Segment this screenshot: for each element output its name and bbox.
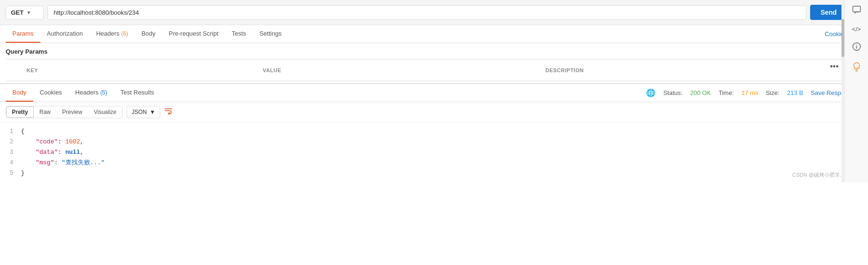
params-table-header: KEY VALUE DESCRIPTION ••• Bulk Edit <box>6 59 862 81</box>
json-line-4: 4 "msg": "查找失败..." <box>0 158 868 168</box>
size-value: 213 B <box>787 89 803 96</box>
status-label: Status: <box>663 89 682 96</box>
view-mode-tabs: Pretty Raw Preview Visualize <box>6 106 123 118</box>
globe-icon: 🌐 <box>646 88 656 97</box>
comment-icon[interactable] <box>852 6 861 16</box>
svg-rect-2 <box>853 6 860 12</box>
svg-point-4 <box>856 45 857 46</box>
json-line-1: 1 { <box>0 126 868 137</box>
tab-tests[interactable]: Tests <box>225 25 253 43</box>
response-section: Body Cookies Headers (5) Test Results 🌐 … <box>0 83 868 182</box>
bulb-icon[interactable] <box>852 62 861 74</box>
status-value: 200 OK <box>690 89 711 96</box>
view-pretty-tab[interactable]: Pretty <box>6 106 34 118</box>
format-selector[interactable]: JSON ▼ <box>127 106 161 118</box>
view-raw-tab[interactable]: Raw <box>34 106 56 118</box>
method-label: GET <box>11 9 24 16</box>
key-col-header: KEY <box>23 67 259 73</box>
scrollbar-track[interactable] <box>841 0 844 182</box>
size-label: Size: <box>766 89 779 96</box>
watermark: CSDN @碳烤小肥羊. <box>793 171 841 179</box>
url-input[interactable] <box>47 5 806 20</box>
time-value: 17 ms <box>741 89 758 96</box>
format-bar: Pretty Raw Preview Visualize JSON ▼ <box>0 102 868 123</box>
response-tab-testresults[interactable]: Test Results <box>114 84 161 102</box>
json-line-5: 5 } <box>0 168 868 179</box>
url-bar: GET ▼ Send ▼ <box>0 0 868 25</box>
json-viewer: 1 { 2 "code": 1002, 3 "data": null, 4 " <box>0 123 868 182</box>
request-tabs-left: Params Authorization Headers (6) Body Pr… <box>6 25 288 43</box>
method-chevron-icon: ▼ <box>27 10 31 15</box>
info-icon[interactable] <box>852 42 861 53</box>
format-chevron-icon: ▼ <box>150 109 156 115</box>
response-status-area: 🌐 Status: 200 OK Time: 17 ms Size: 213 B… <box>646 88 862 97</box>
response-tab-body[interactable]: Body <box>6 84 33 102</box>
format-label: JSON <box>132 109 147 115</box>
tab-authorization[interactable]: Authorization <box>40 25 90 43</box>
method-selector[interactable]: GET ▼ <box>6 6 44 19</box>
request-tabs: Params Authorization Headers (6) Body Pr… <box>0 25 868 43</box>
tab-headers[interactable]: Headers (6) <box>90 25 135 43</box>
desc-col-header: DESCRIPTION <box>542 67 824 73</box>
wrap-icon[interactable] <box>164 107 174 117</box>
json-line-2: 2 "code": 1002, <box>0 137 868 147</box>
query-params-title: Query Params <box>6 48 862 55</box>
dots-icon[interactable]: ••• <box>830 62 839 70</box>
response-tabs: Body Cookies Headers (5) Test Results 🌐 … <box>0 84 868 102</box>
headers-badge: (6) <box>121 30 128 37</box>
code-slash-icon[interactable]: </> <box>852 26 861 33</box>
response-headers-badge: (5) <box>100 89 107 96</box>
scrollbar-thumb[interactable] <box>841 19 844 57</box>
json-line-3: 3 "data": null, <box>0 147 868 158</box>
tab-settings[interactable]: Settings <box>253 25 288 43</box>
tab-prerequest[interactable]: Pre-request Script <box>162 25 225 43</box>
value-col-header: VALUE <box>259 67 542 73</box>
view-visualize-tab[interactable]: Visualize <box>88 106 122 118</box>
response-tab-cookies[interactable]: Cookies <box>33 84 69 102</box>
response-tab-headers[interactable]: Headers (5) <box>69 84 114 102</box>
view-preview-tab[interactable]: Preview <box>56 106 88 118</box>
tab-body[interactable]: Body <box>135 25 162 43</box>
time-label: Time: <box>719 89 734 96</box>
right-sidebar: </> <box>844 0 868 182</box>
tab-params[interactable]: Params <box>6 25 40 43</box>
params-section: Query Params KEY VALUE DESCRIPTION ••• B… <box>0 43 868 81</box>
response-tabs-left: Body Cookies Headers (5) Test Results <box>6 84 161 102</box>
